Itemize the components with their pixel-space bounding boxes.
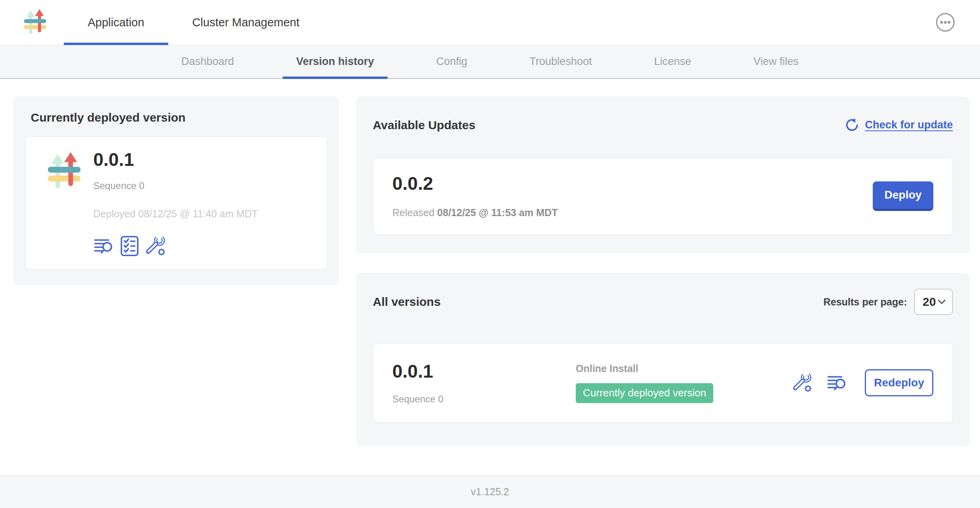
currently-deployed-title: Currently deployed version <box>31 111 327 124</box>
current-version-deployed-timestamp: Deployed 08/12/25 @ 11:40 am MDT <box>93 208 258 220</box>
app-logo-arrows-icon <box>45 152 83 191</box>
app-subnav: Dashboard Version history Config Trouble… <box>0 45 980 79</box>
view-logs-button[interactable] <box>827 374 847 392</box>
edit-config-button[interactable] <box>792 372 814 394</box>
app-footer: v1.125.2 <box>0 475 980 508</box>
version-row: 0.0.1 Sequence 0 Online Install Currentl… <box>373 343 953 423</box>
subnav-config[interactable]: Config <box>423 45 481 78</box>
currently-deployed-badge: Currently deployed version <box>576 383 713 403</box>
main-content: Currently deployed version 0.0.1 Sequenc… <box>0 79 980 446</box>
tab-cluster-management[interactable]: Cluster Management <box>168 0 323 45</box>
results-per-page-value: 20 <box>923 295 936 309</box>
app-logo-arrows-icon <box>22 8 48 36</box>
view-logs-icon <box>93 237 114 255</box>
subnav-view-files[interactable]: View files <box>740 45 813 78</box>
available-update-row: 0.0.2 Released 08/12/25 @ 11:53 am MDT D… <box>373 158 953 235</box>
preflight-checks-button[interactable] <box>120 236 139 256</box>
version-row-actions: Redeploy <box>792 369 933 396</box>
current-version-panel: 0.0.1 Sequence 0 Deployed 08/12/25 @ 11:… <box>25 136 327 270</box>
view-logs-button[interactable] <box>93 237 114 255</box>
subnav-license-label: License <box>654 55 691 68</box>
more-menu-button[interactable] <box>935 12 955 32</box>
subnav-troubleshoot-label: Troubleshoot <box>529 55 592 68</box>
results-per-page: Results per page: 20 <box>823 289 953 315</box>
row-version-number: 0.0.1 <box>392 361 576 382</box>
install-type-label: Online Install <box>576 363 792 374</box>
deploy-button[interactable]: Deploy <box>873 181 933 211</box>
subnav-version-history-label: Version history <box>296 55 374 68</box>
chevron-down-icon <box>937 299 946 305</box>
subnav-version-history[interactable]: Version history <box>283 45 388 78</box>
tab-application-label: Application <box>88 16 144 29</box>
available-updates-card: Available Updates Check for update 0.0.2… <box>356 96 970 253</box>
edit-config-icon <box>145 235 167 257</box>
all-versions-card: All versions Results per page: 20 0.0.1 … <box>356 273 970 445</box>
update-released-timestamp: Released 08/12/25 @ 11:53 am MDT <box>392 207 558 219</box>
released-date: 08/12/25 @ 11:53 am MDT <box>437 207 558 218</box>
tab-application[interactable]: Application <box>64 0 168 45</box>
currently-deployed-card: Currently deployed version 0.0.1 Sequenc… <box>13 96 339 285</box>
ellipsis-menu-icon <box>935 12 955 32</box>
current-version-sequence: Sequence 0 <box>93 180 258 191</box>
view-logs-icon <box>827 374 847 392</box>
subnav-license[interactable]: License <box>641 45 705 78</box>
edit-config-icon <box>792 372 814 394</box>
results-per-page-select[interactable]: 20 <box>914 289 953 315</box>
current-version-number: 0.0.1 <box>93 150 258 170</box>
subnav-view-files-label: View files <box>754 55 799 68</box>
update-version-number: 0.0.2 <box>392 173 558 194</box>
available-updates-title: Available Updates <box>373 118 475 132</box>
check-for-update-label: Check for update <box>865 119 953 131</box>
results-per-page-label: Results per page: <box>823 296 907 308</box>
version-row-info: 0.0.1 Sequence 0 <box>392 361 576 405</box>
edit-config-button[interactable] <box>145 235 167 257</box>
version-row-status: Online Install Currently deployed versio… <box>576 363 792 403</box>
subnav-dashboard-label: Dashboard <box>181 55 234 68</box>
right-column: Available Updates Check for update 0.0.2… <box>356 96 970 446</box>
released-prefix: Released <box>392 207 435 218</box>
subnav-dashboard[interactable]: Dashboard <box>168 45 248 78</box>
primary-nav: Application Cluster Management <box>64 0 323 45</box>
row-version-sequence: Sequence 0 <box>392 394 576 405</box>
update-details: 0.0.2 Released 08/12/25 @ 11:53 am MDT <box>392 173 558 219</box>
tab-cluster-management-label: Cluster Management <box>192 16 299 29</box>
console-version: v1.125.2 <box>471 486 509 498</box>
current-version-actions <box>93 235 258 257</box>
preflight-checks-icon <box>120 236 139 256</box>
subnav-config-label: Config <box>436 55 467 68</box>
all-versions-title: All versions <box>373 295 441 309</box>
current-version-details: 0.0.1 Sequence 0 Deployed 08/12/25 @ 11:… <box>93 150 258 257</box>
subnav-troubleshoot[interactable]: Troubleshoot <box>516 45 606 78</box>
refresh-icon <box>845 118 859 132</box>
app-header: Application Cluster Management <box>0 0 980 45</box>
redeploy-button[interactable]: Redeploy <box>865 369 933 396</box>
check-for-update-link[interactable]: Check for update <box>845 118 953 132</box>
